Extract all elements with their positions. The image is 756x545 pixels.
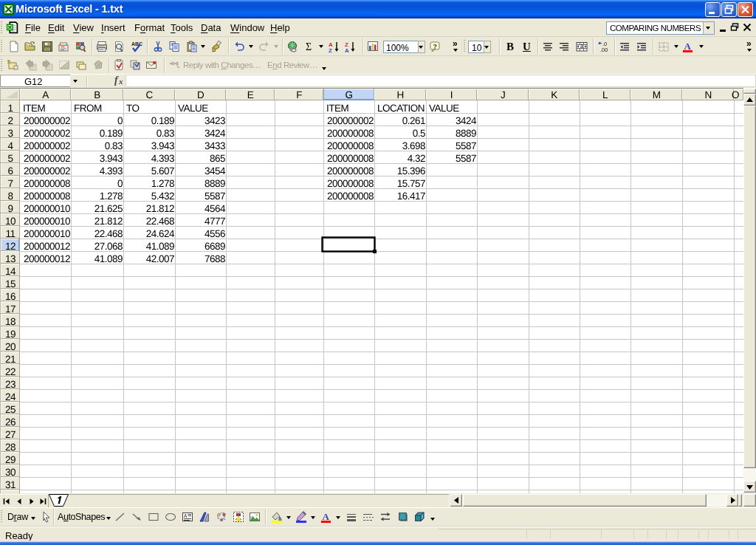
svg-text:L: L	[602, 89, 608, 100]
svg-text:200000012: 200000012	[24, 253, 70, 264]
svg-text:0.83: 0.83	[157, 128, 174, 139]
svg-text:I: I	[450, 89, 453, 100]
svg-text:Z: Z	[329, 47, 332, 53]
svg-text:23: 23	[5, 379, 16, 390]
svg-text:14: 14	[5, 266, 16, 277]
svg-text:11: 11	[5, 228, 15, 239]
svg-text:TO: TO	[126, 103, 140, 114]
svg-text:ABC: ABC	[131, 41, 142, 47]
svg-text:200000008: 200000008	[327, 165, 374, 176]
svg-text:3.698: 3.698	[402, 140, 425, 151]
svg-text:4.393: 4.393	[151, 153, 174, 164]
svg-text:4556: 4556	[205, 228, 225, 239]
svg-text:8889: 8889	[456, 128, 476, 139]
svg-text:27.068: 27.068	[94, 241, 123, 252]
svg-text:ITEM: ITEM	[326, 103, 349, 114]
svg-text:O: O	[732, 89, 739, 100]
svg-text:0.83: 0.83	[105, 140, 123, 151]
svg-text:21: 21	[5, 354, 16, 365]
svg-text:15.757: 15.757	[397, 178, 425, 189]
svg-text:0.189: 0.189	[151, 115, 174, 126]
svg-text:200000002: 200000002	[24, 140, 70, 151]
svg-text:4.32: 4.32	[408, 153, 425, 164]
svg-text:5: 5	[7, 153, 13, 164]
svg-text:8: 8	[7, 191, 13, 202]
svg-text:22.468: 22.468	[146, 216, 174, 227]
svg-text:3.943: 3.943	[151, 140, 174, 151]
svg-text:3423: 3423	[205, 115, 225, 126]
svg-text:A: A	[184, 513, 188, 518]
svg-text:H: H	[396, 89, 403, 100]
svg-text:27: 27	[5, 429, 16, 440]
svg-text:24.624: 24.624	[146, 228, 175, 239]
svg-text:200000008: 200000008	[327, 191, 374, 202]
svg-text:VALUE: VALUE	[178, 103, 208, 114]
svg-text:1.278: 1.278	[100, 191, 123, 202]
svg-text:5587: 5587	[456, 153, 476, 164]
svg-text:865: 865	[210, 153, 225, 164]
svg-text:4777: 4777	[205, 216, 225, 227]
svg-text:13: 13	[5, 253, 16, 264]
svg-text:A: A	[42, 89, 49, 100]
svg-text:200000002: 200000002	[24, 128, 70, 139]
svg-text:200000012: 200000012	[24, 241, 70, 252]
svg-text:10: 10	[5, 216, 16, 227]
svg-text:G: G	[345, 89, 352, 100]
svg-text:K: K	[551, 89, 557, 100]
svg-text:20: 20	[5, 341, 16, 352]
svg-text:17: 17	[5, 304, 16, 315]
svg-text:4.393: 4.393	[100, 165, 123, 176]
svg-text:1: 1	[7, 103, 13, 114]
svg-text:16.417: 16.417	[397, 191, 425, 202]
svg-text:200000008: 200000008	[24, 191, 70, 202]
svg-text:200000008: 200000008	[24, 178, 70, 189]
svg-text:5.607: 5.607	[151, 165, 174, 176]
svg-text:A: A	[684, 41, 692, 52]
svg-text:3: 3	[7, 128, 13, 139]
svg-text:Σ: Σ	[306, 41, 312, 52]
svg-text:28: 28	[5, 442, 16, 453]
svg-text:29: 29	[5, 454, 16, 465]
svg-text:LOCATION: LOCATION	[377, 103, 425, 114]
svg-text:42.007: 42.007	[146, 253, 174, 264]
svg-text:16: 16	[5, 291, 16, 302]
svg-text:.00: .00	[600, 47, 608, 52]
svg-text:0: 0	[117, 115, 123, 126]
svg-text:4564: 4564	[205, 203, 226, 214]
svg-text:a: a	[580, 42, 584, 49]
svg-text:4: 4	[7, 140, 13, 151]
svg-text:200000010: 200000010	[24, 228, 70, 239]
svg-text:200000008: 200000008	[327, 153, 374, 164]
svg-text:6689: 6689	[205, 241, 225, 252]
svg-text:0: 0	[117, 178, 123, 189]
svg-text:5587: 5587	[205, 191, 225, 202]
svg-text:21.812: 21.812	[146, 203, 174, 214]
svg-text:2: 2	[7, 115, 13, 126]
svg-text:31: 31	[5, 479, 16, 490]
svg-text:5.432: 5.432	[151, 191, 174, 202]
svg-text:D: D	[197, 89, 205, 100]
svg-text:41.089: 41.089	[146, 241, 174, 252]
svg-text:0.261: 0.261	[402, 115, 425, 126]
svg-text:E: E	[247, 89, 254, 100]
svg-text:15.396: 15.396	[397, 165, 425, 176]
svg-text:N: N	[704, 89, 711, 100]
svg-text:A: A	[345, 47, 349, 53]
svg-text:12: 12	[5, 241, 16, 252]
svg-text:F: F	[296, 89, 302, 100]
svg-text:25: 25	[5, 404, 16, 415]
svg-text:3424: 3424	[205, 128, 226, 139]
svg-text:200000010: 200000010	[24, 216, 70, 227]
svg-text:22: 22	[5, 366, 16, 377]
svg-text:3.943: 3.943	[100, 153, 123, 164]
svg-text:ITEM: ITEM	[23, 103, 46, 114]
svg-text:200000010: 200000010	[24, 203, 70, 214]
svg-text:200000002: 200000002	[24, 153, 70, 164]
svg-text:A: A	[323, 511, 330, 522]
svg-text:200000002: 200000002	[327, 115, 374, 126]
svg-text:200000002: 200000002	[24, 165, 70, 176]
svg-text:3454: 3454	[205, 165, 226, 176]
svg-text:B: B	[94, 89, 100, 100]
svg-text:VALUE: VALUE	[429, 103, 459, 114]
svg-text:6: 6	[7, 165, 13, 176]
